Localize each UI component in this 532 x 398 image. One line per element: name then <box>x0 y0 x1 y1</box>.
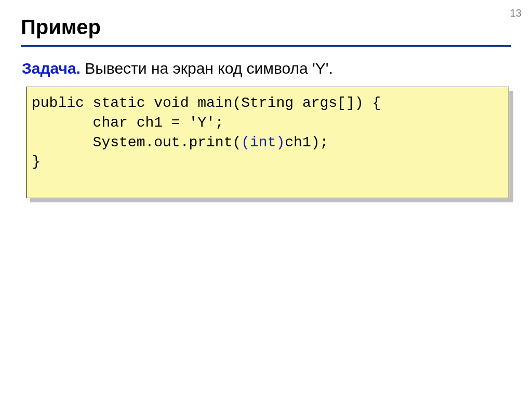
code-box: public static void main(String args[]) {… <box>26 87 509 198</box>
code-block: public static void main(String args[]) {… <box>26 87 509 198</box>
slide: 13 Пример Задача. Вывести на экран код с… <box>0 0 532 398</box>
code-line-1: public static void main(String args[]) { <box>32 95 381 111</box>
task-text: Вывести на экран код символа 'Y'. <box>81 60 333 77</box>
code-line-2: char ch1 = 'Y'; <box>32 115 224 131</box>
code-int-cast: (int) <box>241 134 285 150</box>
page-number: 13 <box>510 7 522 19</box>
title-rule <box>21 45 511 47</box>
slide-title: Пример <box>21 16 511 39</box>
code-line-3a: System.out.print( <box>32 134 241 150</box>
code-line-3c: ch1); <box>285 134 328 150</box>
code-line-4: } <box>32 154 41 170</box>
task-label: Задача. <box>22 60 81 77</box>
task-line: Задача. Вывести на экран код символа 'Y'… <box>22 60 511 77</box>
